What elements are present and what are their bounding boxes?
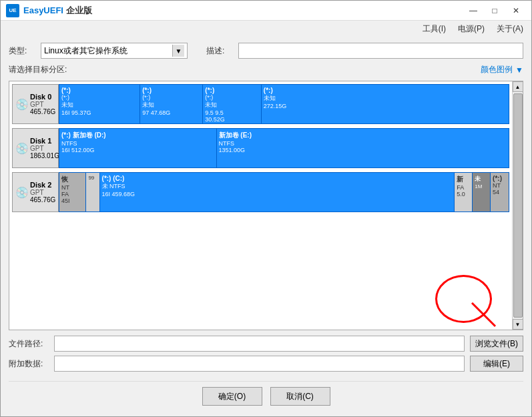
title-bar: UE EasyUEFI 企业版 — □ ✕ [1,1,531,21]
color-legend-text: 颜色图例 [481,64,513,75]
disk-2-type: GPT [30,189,55,196]
disk-2-part-0[interactable]: 恢 NT FA 45I [59,173,86,212]
disk-0-info: 💿 Disk 0 GPT 465.76G [12,84,59,124]
disk-1-info: 💿 Disk 1 GPT 1863.01G [12,128,59,168]
file-path-row: 文件路径: 浏览文件(B) [9,336,523,352]
window-controls: — □ ✕ [463,4,526,17]
file-path-input[interactable] [54,336,465,352]
disk-2-size: 465.76G [30,196,55,203]
type-row: 类型: Linux或者其它操作系统 ▼ 描述: [9,43,523,59]
tools-menu[interactable]: 工具(I) [420,22,449,36]
app-icon: UE [6,4,19,17]
type-value: Linux或者其它操作系统 [44,45,127,57]
content-area: 类型: Linux或者其它操作系统 ▼ 描述: 请选择目标分区: 颜色图例 ▼ [1,37,531,416]
disk-content: 💿 Disk 0 GPT 465.76G (*:) [9,81,512,330]
scroll-down-button[interactable]: ▼ [513,319,523,330]
title-suffix: 企业版 [66,5,92,15]
extra-data-input[interactable] [54,356,465,372]
partition-row: 请选择目标分区: 颜色图例 ▼ [9,64,523,75]
dialog-buttons: 确定(O) 取消(C) [9,381,523,411]
menu-bar: 工具(I) 电源(P) 关于(A) [1,21,531,37]
desc-input[interactable] [238,43,523,59]
disk-2-part-4[interactable]: 未 1M [473,173,491,212]
desc-label: 描述: [206,45,233,57]
disk-1-size: 1863.01G [30,152,59,159]
disk-1-type: GPT [30,145,59,152]
type-label: 类型: [9,45,35,57]
title-left: UE EasyUEFI 企业版 [6,4,92,17]
red-circle-annotation [435,275,492,323]
scroll-up-button[interactable]: ▲ [513,81,523,92]
disk-0-part-0[interactable]: (*:) (*:) 未知 16I 95.37G [59,85,140,123]
vertical-scrollbar[interactable]: ▲ ▼ [512,81,523,330]
type-select[interactable]: Linux或者其它操作系统 ▼ [41,43,188,59]
type-select-arrow[interactable]: ▼ [172,45,184,57]
minimize-button[interactable]: — [463,4,483,17]
disk-1-part-0[interactable]: (*:) 新加卷 (D:) NTFS 16I 512.00G [59,129,217,167]
disk-0-part-1[interactable]: (*:) (*:) 未知 97 47.68G [140,85,203,123]
disk-2-part-2[interactable]: (*:) (C:) 未 NTFS 16I 459.68G [100,173,455,212]
disk-1-name: Disk 1 [30,137,59,145]
disk-2-partitions: 恢 NT FA 45I 99 (*:) (C:) 未 NTFS [59,172,509,212]
disk-0-size: 465.76G [30,108,55,115]
disk-2-info: 💿 Disk 2 GPT 465.76G [12,172,59,212]
close-button[interactable]: ✕ [506,4,526,17]
disk-2-part-3[interactable]: 新 FA 5.0 [455,173,473,212]
maximize-button[interactable]: □ [485,4,505,17]
disk-row-0[interactable]: 💿 Disk 0 GPT 465.76G (*:) [12,84,509,124]
disk-area: 💿 Disk 0 GPT 465.76G (*:) [9,81,523,330]
disk-2-name: Disk 2 [30,181,55,189]
partition-label: 请选择目标分区: [9,64,67,75]
disk-2-part-5[interactable]: (*:) NT 54 [491,173,509,212]
edit-button[interactable]: 编辑(E) [470,356,523,372]
disk-1-partitions: (*:) 新加卷 (D:) NTFS 16I 512.00G 新加卷 (E:) … [59,128,509,168]
power-menu[interactable]: 电源(P) [455,22,487,36]
disk-0-type: GPT [30,101,55,108]
browse-button[interactable]: 浏览文件(B) [470,336,523,352]
about-menu[interactable]: 关于(A) [494,22,526,36]
red-arrow-annotation [432,296,499,330]
file-path-label: 文件路径: [9,338,49,350]
disk-2-part-1[interactable]: 99 [86,173,99,212]
disk-row-2[interactable]: 💿 Disk 2 GPT 465.76G 恢 [12,172,509,212]
disk-row-1[interactable]: 💿 Disk 1 GPT 1863.01G (*:) 新加卷 (D:) [12,128,509,168]
disk-0-part-3[interactable]: (*:) 未知 272.15G [262,85,509,123]
chevron-down-icon: ▼ [515,65,523,75]
scroll-thumb[interactable] [513,93,523,318]
disk-0-part-2[interactable]: (*:) (*:) 未知 9.5 9.5 30.52G [203,85,261,123]
extra-data-row: 附加数据: 编辑(E) [9,356,523,372]
disk-0-partitions: (*:) (*:) 未知 16I 95.37G (*:) (*:) 未知 97 … [59,84,509,124]
cancel-button[interactable]: 取消(C) [270,387,330,406]
color-legend-button[interactable]: 颜色图例 ▼ [481,64,523,75]
extra-data-label: 附加数据: [9,358,49,370]
disk-1-part-1[interactable]: 新加卷 (E:) NTFS 1351.00G [217,129,509,167]
title-prefix: EasyUEFI [23,5,63,15]
app-title: EasyUEFI 企业版 [23,5,92,17]
disk-0-name: Disk 0 [30,93,55,101]
main-window: UE EasyUEFI 企业版 — □ ✕ 工具(I) 电源(P) 关于(A) … [0,0,532,417]
bottom-fields: 文件路径: 浏览文件(B) 附加数据: 编辑(E) [9,336,523,376]
confirm-button[interactable]: 确定(O) [202,387,262,406]
